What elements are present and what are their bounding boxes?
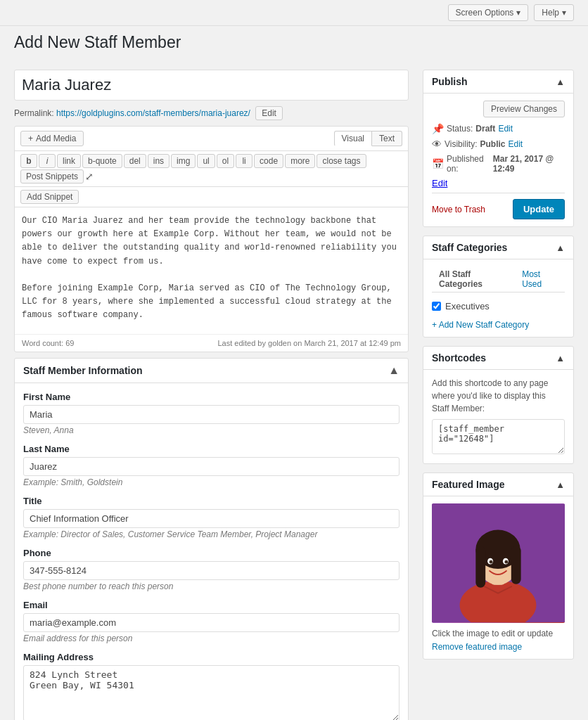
email-label: Email — [23, 600, 400, 610]
publish-actions: Preview Changes — [432, 101, 565, 117]
bold-button[interactable]: b — [20, 154, 37, 168]
publish-box-body: Preview Changes 📌 Status: Draft Edit 👁 V… — [423, 94, 573, 226]
bquote-button[interactable]: b-quote — [82, 154, 122, 168]
category-tabs: All Staff Categories Most Used — [432, 266, 565, 292]
staff-info-header[interactable]: Staff Member Information ▲ — [15, 359, 408, 383]
permalink-url[interactable]: https://goldplugins.com/staff-members/ma… — [56, 108, 250, 118]
permalink-wrap: Permalink: https://goldplugins.com/staff… — [14, 106, 409, 120]
add-media-label: Add Media — [36, 134, 76, 143]
svg-rect-6 — [511, 546, 521, 584]
last-name-label: Last Name — [23, 444, 400, 454]
screen-options-button[interactable]: Screen Options ▾ — [448, 4, 529, 21]
featured-image-body: Click the image to edit or update Remove… — [423, 496, 573, 659]
content-area: Permalink: https://goldplugins.com/staff… — [14, 70, 409, 720]
ol-button[interactable]: ol — [217, 154, 234, 168]
text-tab[interactable]: Text — [372, 131, 402, 146]
staff-categories-body: All Staff Categories Most Used Executive… — [423, 259, 573, 337]
phone-group: Phone Best phone number to reach this pe… — [23, 548, 400, 591]
featured-image-placeholder[interactable] — [432, 503, 565, 623]
tack-icon: 📌 — [432, 123, 444, 134]
img-button[interactable]: img — [171, 154, 196, 168]
close-tags-button[interactable]: close tags — [317, 154, 366, 168]
last-name-hint: Example: Smith, Goldstein — [23, 477, 400, 487]
help-label: Help — [542, 8, 559, 18]
sidebar: Publish ▲ Preview Changes 📌 Status: Draf… — [423, 70, 574, 720]
most-used-tab[interactable]: Most Used — [515, 266, 565, 292]
all-categories-tab[interactable]: All Staff Categories — [432, 266, 515, 292]
add-media-button[interactable]: + Add Media — [20, 131, 84, 146]
status-edit-link[interactable]: Edit — [498, 124, 513, 134]
email-input[interactable] — [23, 613, 400, 632]
help-button[interactable]: Help ▾ — [534, 4, 574, 21]
word-count-value: 69 — [65, 339, 74, 347]
expand-editor-button[interactable]: ⤢ — [85, 171, 94, 182]
featured-image-wrap[interactable] — [432, 503, 565, 623]
phone-label: Phone — [23, 548, 400, 558]
trash-link[interactable]: Move to Trash — [432, 205, 485, 214]
mailing-input[interactable]: 824 Lynch Street Green Bay, WI 54301 — [23, 665, 400, 720]
del-button[interactable]: del — [124, 154, 146, 168]
add-new-staff-category-link[interactable]: + Add New Staff Category — [432, 320, 565, 330]
publish-box-header[interactable]: Publish ▲ — [423, 70, 573, 94]
publish-box: Publish ▲ Preview Changes 📌 Status: Draf… — [423, 70, 574, 227]
publish-footer: Move to Trash Update — [432, 193, 565, 219]
code-button[interactable]: code — [254, 154, 283, 168]
preview-changes-button[interactable]: Preview Changes — [483, 101, 565, 117]
shortcode-input[interactable]: [staff_member id="12648"] — [432, 419, 565, 454]
executives-checkbox[interactable] — [432, 302, 441, 311]
last-name-input[interactable] — [23, 457, 400, 476]
shortcodes-body: Add this shortcode to any page where you… — [423, 370, 573, 463]
add-media-icon: + — [28, 134, 33, 143]
permalink-label: Permalink: — [14, 108, 54, 118]
italic-button[interactable]: i — [39, 154, 56, 168]
permalink-edit-button[interactable]: Edit — [255, 106, 283, 120]
shortcode-description: Add this shortcode to any page where you… — [432, 377, 565, 415]
featured-image-caption: Click the image to edit or update — [432, 629, 565, 638]
title-label: Title — [23, 496, 400, 506]
ul-button[interactable]: ul — [197, 154, 215, 168]
visibility-label: Visibility: — [445, 139, 477, 149]
update-button[interactable]: Update — [513, 199, 565, 219]
post-title-wrap — [14, 70, 409, 101]
editor-top-toolbar: + Add Media Visual Text — [15, 127, 408, 151]
top-bar: Screen Options ▾ Help ▾ — [0, 0, 588, 26]
phone-input[interactable] — [23, 561, 400, 580]
editor-content[interactable]: Our CIO Maria Juarez and her team provid… — [15, 207, 408, 334]
staff-categories-title: Staff Categories — [432, 242, 507, 253]
remove-featured-image-link[interactable]: Remove featured image — [432, 642, 522, 652]
post-snippets-button[interactable]: Post Snippets — [20, 169, 84, 184]
visual-tab[interactable]: Visual — [334, 131, 372, 146]
featured-image-header[interactable]: Featured Image ▲ — [423, 473, 573, 496]
bold-label: b — [26, 156, 31, 166]
more-button[interactable]: more — [285, 154, 315, 168]
first-name-input[interactable] — [23, 405, 400, 424]
last-edited-text: Last edited by golden on March 21, 2017 … — [217, 339, 401, 347]
wp-admin: Screen Options ▾ Help ▾ Add New Staff Me… — [0, 0, 588, 720]
first-name-hint: Steven, Anna — [23, 425, 400, 435]
editor-box: + Add Media Visual Text b i link b-quote — [14, 126, 409, 352]
shortcodes-header[interactable]: Shortcodes ▲ — [423, 347, 573, 370]
word-count-wrap: Word count: 69 — [22, 339, 74, 347]
editor-paragraph-1: Our CIO Maria Juarez and her team provid… — [22, 214, 401, 269]
ins-button[interactable]: ins — [148, 154, 170, 168]
add-snippet-button[interactable]: Add Snippet — [20, 190, 79, 204]
visibility-edit-link[interactable]: Edit — [508, 139, 523, 149]
staff-categories-header[interactable]: Staff Categories ▲ — [423, 236, 573, 259]
status-value: Draft — [475, 124, 495, 134]
first-name-label: First Name — [23, 392, 400, 402]
italic-label: i — [46, 156, 49, 166]
page-title: Add New Staff Member — [0, 26, 588, 56]
li-button[interactable]: li — [236, 154, 253, 168]
post-title-input[interactable] — [22, 76, 401, 94]
editor-footer: Word count: 69 Last edited by golden on … — [15, 334, 408, 352]
visibility-value: Public — [480, 139, 505, 149]
title-input[interactable] — [23, 509, 400, 528]
executives-label: Executives — [445, 301, 490, 311]
status-label: Status: — [447, 124, 473, 134]
publish-collapse-icon: ▲ — [556, 77, 565, 87]
staff-info-body: First Name Steven, Anna Last Name Exampl… — [15, 383, 408, 720]
link-button[interactable]: link — [57, 154, 81, 168]
published-edit-link[interactable]: Edit — [432, 178, 447, 188]
featured-image-svg — [432, 504, 565, 622]
view-tabs: Visual Text — [334, 131, 402, 146]
